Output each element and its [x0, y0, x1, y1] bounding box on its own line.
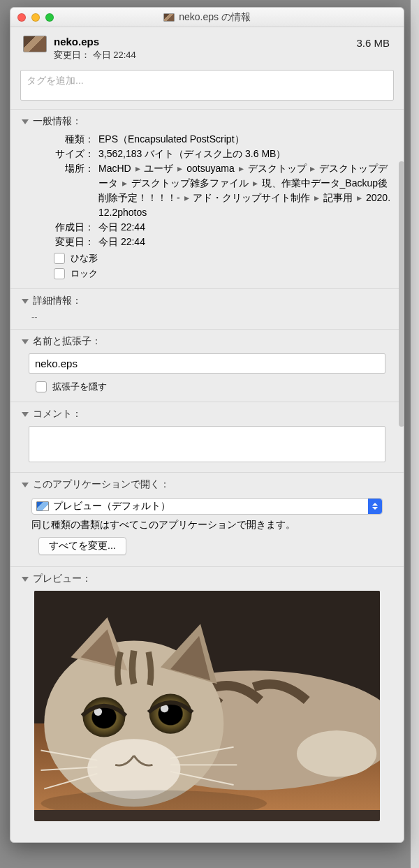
section-name-header[interactable]: 名前と拡張子： — [22, 335, 392, 348]
window-title: neko.eps の情報 — [10, 11, 404, 24]
section-general: 一般情報： 種類： EPS（Encapsulated PostScript） サ… — [10, 109, 404, 288]
chevron-down-icon — [22, 577, 29, 582]
section-open-with: このアプリケーションで開く： プレビュー（デフォルト） 同じ種類の書類はすべてこ… — [10, 472, 404, 566]
where-value: MacHD ▸ ユーザ ▸ ootsuyama ▸ デスクトップ ▸ デスクトッ… — [98, 161, 392, 220]
open-with-note: 同じ種類の書類はすべてこのアプリケーションで開きます。 — [22, 519, 392, 537]
app-icon — [36, 501, 49, 511]
stationery-checkbox-row: ひな形 — [54, 252, 392, 265]
file-icon — [163, 13, 175, 22]
zoom-icon[interactable] — [45, 13, 54, 22]
name-ext-input[interactable]: neko.eps — [29, 353, 385, 374]
preview-image — [34, 591, 380, 821]
section-comments: コメント： — [10, 402, 404, 472]
section-comments-header[interactable]: コメント： — [22, 408, 392, 420]
kind-label: 種類： — [50, 132, 94, 147]
info-window: neko.eps の情報 neko.eps 変更日： 今日 22:44 3.6 … — [10, 7, 404, 843]
file-thumbnail-icon — [23, 36, 47, 52]
section-general-header[interactable]: 一般情報： — [22, 115, 392, 128]
locked-checkbox-row: ロック — [54, 267, 392, 280]
section-preview-header[interactable]: プレビュー： — [22, 573, 392, 585]
titlebar[interactable]: neko.eps の情報 — [10, 8, 404, 27]
svg-point-10 — [297, 730, 376, 777]
change-all-button[interactable]: すべてを変更... — [38, 537, 126, 555]
hide-ext-label: 拡張子を隠す — [52, 381, 107, 393]
hide-ext-checkbox[interactable] — [36, 381, 47, 392]
svg-point-6 — [149, 694, 192, 734]
file-modified: 変更日： 今日 22:44 — [54, 49, 136, 61]
background-strip — [411, 0, 419, 868]
locked-checkbox[interactable] — [54, 268, 65, 279]
minimize-icon[interactable] — [31, 13, 40, 22]
section-more-header[interactable]: 詳細情報： — [22, 295, 392, 307]
file-name: neko.eps — [54, 36, 136, 47]
chevron-down-icon — [22, 119, 29, 124]
stationery-label: ひな形 — [71, 252, 98, 265]
select-caret-icon — [368, 499, 382, 514]
chevron-down-icon — [22, 339, 29, 344]
svg-point-5 — [82, 697, 125, 737]
chevron-down-icon — [22, 299, 29, 304]
locked-label: ロック — [71, 267, 98, 280]
close-icon[interactable] — [17, 13, 26, 22]
created-value: 今日 22:44 — [98, 220, 392, 235]
section-open-with-header[interactable]: このアプリケーションで開く： — [22, 478, 392, 491]
section-name-ext: 名前と拡張子： neko.eps 拡張子を隠す — [10, 329, 404, 402]
created-label: 作成日： — [50, 220, 94, 235]
open-with-select[interactable]: プレビュー（デフォルト） — [31, 498, 383, 515]
modified-value: 今日 22:44 — [98, 235, 392, 249]
traffic-lights — [10, 13, 54, 22]
svg-point-9 — [87, 739, 180, 799]
kind-value: EPS（Encapsulated PostScript） — [98, 132, 392, 147]
size-label: サイズ： — [50, 147, 94, 161]
scrollbar-thumb[interactable] — [399, 161, 404, 427]
file-header: neko.eps 変更日： 今日 22:44 3.6 MB — [10, 27, 404, 67]
chevron-down-icon — [22, 483, 29, 487]
where-label: 場所： — [50, 161, 94, 220]
more-info-empty: -- — [22, 307, 392, 322]
tags-input[interactable]: タグを追加... — [20, 70, 394, 101]
section-preview: プレビュー： — [10, 566, 404, 828]
chevron-down-icon — [22, 412, 29, 417]
modified-label: 変更日： — [50, 235, 94, 249]
size-value: 3,562,183 バイト（ディスク上の 3.6 MB） — [98, 147, 392, 161]
comments-textarea[interactable] — [29, 426, 385, 462]
stationery-checkbox[interactable] — [54, 253, 65, 264]
section-more-info: 詳細情報： -- — [10, 288, 404, 329]
file-size: 3.6 MB — [356, 37, 390, 49]
window-body: neko.eps 変更日： 今日 22:44 3.6 MB タグを追加... 一… — [10, 27, 404, 842]
